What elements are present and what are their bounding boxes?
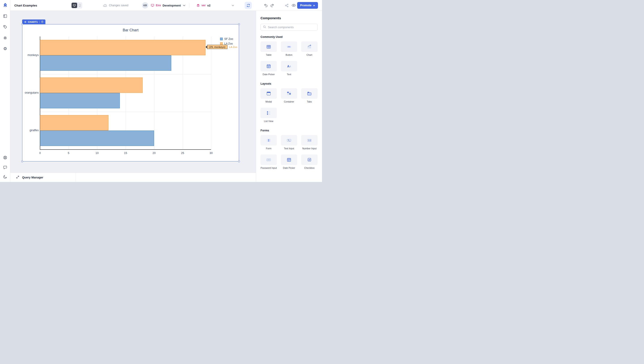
mobile-icon[interactable] [78, 3, 82, 8]
table-icon [260, 41, 277, 52]
component-label: Date Picker [280, 166, 298, 169]
header-divider [143, 3, 144, 8]
chart-title: Bar Chart [22, 28, 239, 32]
component-card-modal[interactable]: Modal [260, 88, 277, 103]
app-logo-rocket-icon[interactable] [0, 0, 10, 11]
y-gridline [40, 74, 211, 74]
component-card-tabs[interactable]: Tabs [301, 88, 318, 103]
text-input-icon: T [281, 135, 297, 145]
components-sections: Commonly UsedTableButtonChartDate Picker… [260, 35, 318, 169]
component-card-list-view[interactable]: List View [260, 108, 277, 122]
redo-icon[interactable] [270, 3, 274, 8]
chevron-down-icon[interactable] [232, 5, 234, 6]
resize-handle[interactable] [21, 23, 23, 25]
desktop-icon[interactable] [72, 3, 77, 8]
environment-selector[interactable]: Env Development [151, 0, 181, 11]
svg-text:T: T [288, 139, 289, 141]
bar-la-zoo-monkeys[interactable] [40, 40, 206, 55]
svg-text:A: A [289, 65, 291, 68]
component-card-text[interactable]: AAText [281, 61, 297, 76]
tooltip-series-label: LA Zoo [228, 46, 238, 49]
component-section: FormsFormTText Input1Number InputPasswor… [260, 129, 318, 169]
chart-widget[interactable]: ⚙ CHART1 Bar Chart (29, monkeys) LA Zoo … [22, 24, 239, 161]
bar-la-zoo-orangutans[interactable] [40, 77, 143, 93]
tabs-icon [301, 88, 318, 99]
chevron-down-icon[interactable] [183, 5, 185, 6]
widget-name: CHART1 [28, 21, 38, 23]
resize-handle[interactable] [238, 23, 240, 25]
checkbox-icon [301, 154, 318, 165]
divider [76, 173, 76, 182]
component-label: Container [280, 100, 298, 103]
sync-environment-button[interactable] [245, 2, 252, 9]
inspector-tag-icon[interactable] [0, 22, 10, 31]
x-tick-label: 25 [178, 151, 187, 155]
component-card-date-picker[interactable]: Date Picker [281, 154, 297, 169]
y-gridline [40, 112, 211, 112]
x-tick-label: 5 [64, 151, 73, 155]
bar-sf-zoo-giraffes[interactable] [40, 130, 154, 146]
component-label: Form [259, 147, 278, 150]
debugger-bug-icon[interactable] [0, 33, 10, 42]
password-input-icon [260, 154, 277, 165]
support-icon[interactable] [0, 153, 10, 162]
x-tick-label: 15 [121, 151, 130, 155]
component-card-form[interactable]: Form [260, 135, 277, 150]
bar-la-zoo-giraffes[interactable] [40, 115, 108, 130]
widget-tag: ⚙ CHART1 [22, 20, 46, 24]
settings-gear-icon[interactable]: ⚙ [0, 44, 10, 53]
section-title: Forms [260, 129, 318, 132]
gear-icon[interactable]: ⚙ [24, 21, 26, 23]
component-label: Tabs [300, 100, 319, 103]
section-title: Commonly Used [260, 35, 318, 39]
search-icon [263, 25, 266, 29]
expand-icon[interactable] [16, 175, 19, 179]
y-category-label: monkeys [22, 54, 39, 57]
legend-item-sf-zoo[interactable]: SF Zoo [220, 37, 233, 41]
comments-icon[interactable] [0, 163, 10, 172]
component-card-chart[interactable]: Chart [301, 41, 318, 56]
resize-handle[interactable] [238, 160, 240, 162]
component-card-container[interactable]: Container [281, 88, 297, 103]
component-section: Commonly UsedTableButtonChartDate Picker… [260, 35, 318, 76]
autosave-status: Changes saved [103, 0, 128, 11]
chart-icon [301, 41, 318, 52]
x-tick-label: 10 [92, 151, 102, 155]
pages-icon[interactable] [0, 12, 10, 21]
component-card-button[interactable]: Button [281, 41, 297, 56]
legend-label: SF Zoo [224, 37, 233, 41]
resize-handle[interactable] [21, 160, 23, 162]
component-card-checkbox[interactable]: Checkbox [301, 154, 318, 169]
version-selector[interactable]: ver v2 [196, 0, 210, 11]
trash-icon[interactable] [41, 20, 44, 24]
avatar[interactable]: KR [142, 2, 148, 9]
bar-sf-zoo-orangutans[interactable] [40, 93, 120, 108]
query-manager-bar[interactable]: Query Manager [10, 172, 256, 182]
device-preview-toggle [71, 2, 82, 9]
dark-mode-moon-icon[interactable] [0, 172, 10, 181]
x-tick-label: 20 [150, 151, 158, 155]
component-card-number-input[interactable]: 1Number Input [301, 135, 318, 150]
left-sidebar: ⚙ [0, 0, 10, 182]
share-icon[interactable] [285, 4, 289, 8]
component-card-date-picker[interactable]: Date Picker [260, 61, 277, 76]
editor-canvas[interactable]: ⚙ CHART1 Bar Chart (29, monkeys) LA Zoo … [10, 11, 256, 172]
date-picker-icon [281, 154, 297, 165]
text-icon: AA [281, 61, 297, 71]
chart-legend: SF ZooLA Zoo [220, 37, 233, 45]
component-card-password-input[interactable]: Password Input [260, 154, 277, 169]
component-label: Button [280, 54, 298, 56]
components-search[interactable] [260, 24, 318, 31]
section-title: Layouts [260, 82, 318, 85]
number-input-icon: 1 [301, 135, 318, 145]
search-input[interactable] [268, 26, 315, 29]
component-label: Text Input [280, 147, 298, 150]
component-card-table[interactable]: Table [260, 41, 277, 56]
component-label: Modal [259, 100, 278, 103]
preview-eye-icon[interactable] [292, 4, 296, 7]
promote-button[interactable]: Promote » [297, 2, 318, 9]
bar-sf-zoo-monkeys[interactable] [40, 55, 171, 71]
undo-icon[interactable] [264, 3, 268, 8]
component-card-text-input[interactable]: TText Input [281, 135, 297, 150]
x-tick-label: 30 [206, 151, 216, 155]
